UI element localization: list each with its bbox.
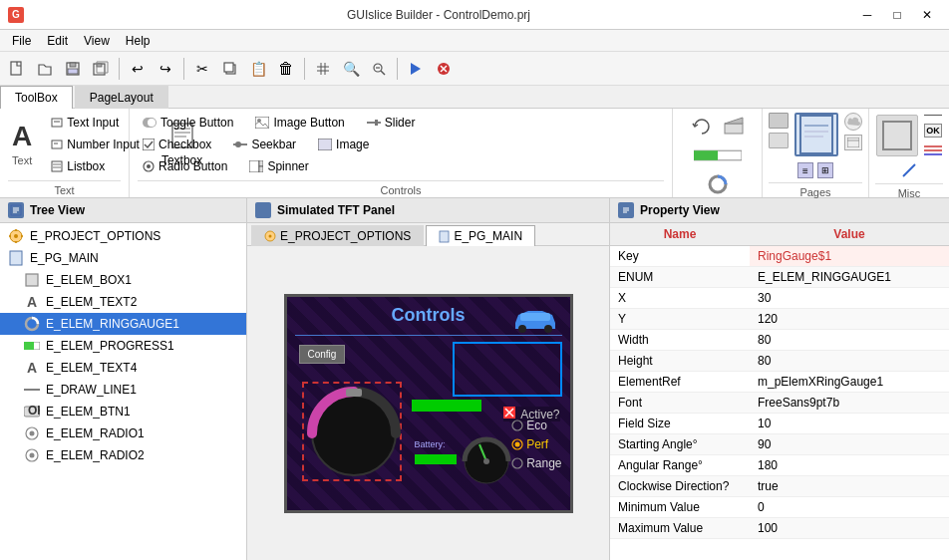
- tft-radio-perf: Perf: [511, 437, 561, 451]
- tree-item-ringgauge1[interactable]: E_ELEM_RINGGAUGE1: [0, 313, 246, 335]
- prop-row[interactable]: Angular Range°180: [610, 455, 949, 476]
- svg-point-39: [235, 141, 241, 147]
- svg-text:OK: OK: [28, 406, 40, 418]
- svg-rect-84: [258, 205, 268, 215]
- tb-delete[interactable]: 🗑: [273, 56, 299, 82]
- gauge-ring-icon[interactable]: [704, 170, 732, 198]
- tree-item-line1[interactable]: E_DRAW_LINE1: [0, 379, 246, 401]
- prop-row-value: 90: [750, 434, 949, 455]
- window-controls: ─ □ ✕: [853, 5, 941, 25]
- menu-view[interactable]: View: [76, 32, 118, 50]
- svg-rect-57: [883, 122, 911, 149]
- ringgauge1-icon: [24, 316, 40, 332]
- prop-row[interactable]: Field Size10: [610, 414, 949, 434]
- tb-undo[interactable]: ↩: [125, 56, 151, 82]
- tb-stop[interactable]: [431, 56, 457, 82]
- prop-row[interactable]: Clockwise Direction?true: [610, 476, 949, 497]
- tree-panel-title: Tree View: [30, 203, 85, 217]
- tb-zoom-out[interactable]: [366, 56, 392, 82]
- tb-copy[interactable]: [217, 56, 243, 82]
- tree-item-project-options[interactable]: E_PROJECT_OPTIONS: [0, 225, 246, 247]
- prop-row[interactable]: Y120: [610, 309, 949, 330]
- tree-item-pg-main[interactable]: E_PG_MAIN: [0, 247, 246, 269]
- prop-panel-title: Property View: [640, 203, 720, 217]
- tree-item-radio2[interactable]: E_ELEM_RADIO2: [0, 444, 246, 466]
- tb-cut[interactable]: ✂: [189, 56, 215, 82]
- prop-row[interactable]: Maximum Value100: [610, 518, 949, 539]
- prop-row[interactable]: FontFreeSans9pt7b: [610, 393, 949, 414]
- minimize-button[interactable]: ─: [853, 5, 881, 25]
- prop-row[interactable]: KeyRingGauge$1: [610, 246, 949, 267]
- tft-battery-label: Battery:: [415, 439, 446, 449]
- prop-table-scroll[interactable]: Name Value KeyRingGauge$1ENUME_ELEM_RING…: [610, 223, 949, 560]
- prop-row-value: 120: [750, 309, 949, 330]
- tab-toolbox[interactable]: ToolBox: [0, 86, 73, 109]
- tb-save-all[interactable]: [88, 56, 114, 82]
- tool-seekbar[interactable]: Seekbar: [228, 135, 301, 154]
- menu-file[interactable]: File: [4, 32, 39, 50]
- tb-new[interactable]: [4, 56, 30, 82]
- prop-row[interactable]: X30: [610, 288, 949, 309]
- tb-save[interactable]: [60, 56, 86, 82]
- prop-row-value: FreeSans9pt7b: [750, 393, 949, 414]
- maximize-button[interactable]: □: [883, 5, 911, 25]
- tft-tabs: E_PROJECT_OPTIONS E_PG_MAIN: [247, 223, 609, 246]
- spinner-label: Spinner: [267, 159, 308, 173]
- slider-label: Slider: [385, 116, 416, 130]
- prop-row[interactable]: Height80: [610, 351, 949, 372]
- tb-open[interactable]: [32, 56, 58, 82]
- tree-item-text2[interactable]: A E_ELEM_TEXT2: [0, 291, 246, 313]
- tool-image-btn[interactable]: Image Button: [250, 113, 349, 133]
- close-button[interactable]: ✕: [913, 5, 941, 25]
- prop-row[interactable]: ENUME_ELEM_RINGGAUGE1: [610, 267, 949, 288]
- menu-edit[interactable]: Edit: [39, 32, 76, 50]
- tft-tab-main[interactable]: E_PG_MAIN: [426, 225, 535, 246]
- tool-spinner[interactable]: Spinner: [244, 156, 313, 176]
- tool-image[interactable]: Image: [313, 135, 374, 154]
- gauge-bar-icon[interactable]: [693, 146, 743, 164]
- tool-radio-btn[interactable]: Radio Button: [138, 156, 232, 176]
- gauge-ramp-icon[interactable]: [720, 113, 748, 140]
- tool-slider[interactable]: Slider: [362, 113, 421, 133]
- tool-toggle-btn[interactable]: Toggle Button: [138, 113, 238, 133]
- controls-section-label: Controls: [138, 180, 664, 196]
- prop-row[interactable]: Width80: [610, 330, 949, 351]
- tree-item-btn1[interactable]: OK E_ELEM_BTN1: [0, 401, 246, 422]
- tb-zoom-in[interactable]: 🔍: [338, 56, 364, 82]
- tab-pagelayout[interactable]: PageLayout: [75, 86, 168, 109]
- prop-row-name: ElementRef: [610, 372, 750, 393]
- controls-row-2: Checkbox Seekbar Image: [138, 135, 664, 154]
- pages-stack-icon-2: [769, 133, 789, 148]
- prop-row-value: m_pElemXRingGauge1: [750, 372, 949, 393]
- tft-radio-range: Range: [511, 456, 561, 470]
- svg-rect-20: [52, 119, 62, 127]
- tb-grid[interactable]: [310, 56, 336, 82]
- tree-item-progress1[interactable]: E_ELEM_PROGRESS1: [0, 335, 246, 357]
- svg-rect-51: [800, 116, 832, 153]
- toolbar-sep-1: [119, 58, 120, 80]
- controls-row-1: Toggle Button Image Button Slider: [138, 113, 664, 133]
- property-table: Name Value KeyRingGauge$1ENUME_ELEM_RING…: [610, 223, 949, 539]
- tft-radio-eco: Eco: [511, 419, 561, 432]
- toolbar-sep-3: [304, 58, 305, 80]
- svg-rect-37: [143, 139, 155, 150]
- misc-section-label: Misc: [875, 183, 943, 199]
- tb-paste[interactable]: 📋: [245, 56, 271, 82]
- tb-redo[interactable]: ↪: [153, 56, 178, 82]
- tree-item-radio1[interactable]: E_ELEM_RADIO1: [0, 422, 246, 444]
- tft-tab-project[interactable]: E_PROJECT_OPTIONS: [251, 225, 424, 246]
- prop-row[interactable]: Starting Angle°90: [610, 434, 949, 455]
- tree-item-box1[interactable]: E_ELEM_BOX1: [0, 269, 246, 291]
- gauge-refresh-icon[interactable]: [688, 113, 716, 140]
- prop-row[interactable]: ElementRefm_pElemXRingGauge1: [610, 372, 949, 393]
- tool-checkbox[interactable]: Checkbox: [138, 135, 216, 154]
- toolbar: ↩ ↪ ✂ 📋 🗑 🔍: [0, 52, 949, 86]
- svg-rect-73: [26, 274, 38, 286]
- tree-item-text4[interactable]: A E_ELEM_TEXT4: [0, 357, 246, 379]
- btn1-icon: OK: [24, 404, 40, 420]
- prop-row[interactable]: Minimum Value0: [610, 497, 949, 518]
- tb-build[interactable]: [403, 56, 429, 82]
- page-main-icon[interactable]: [794, 113, 838, 156]
- misc-box-icon[interactable]: [876, 115, 918, 156]
- menu-help[interactable]: Help: [118, 32, 158, 50]
